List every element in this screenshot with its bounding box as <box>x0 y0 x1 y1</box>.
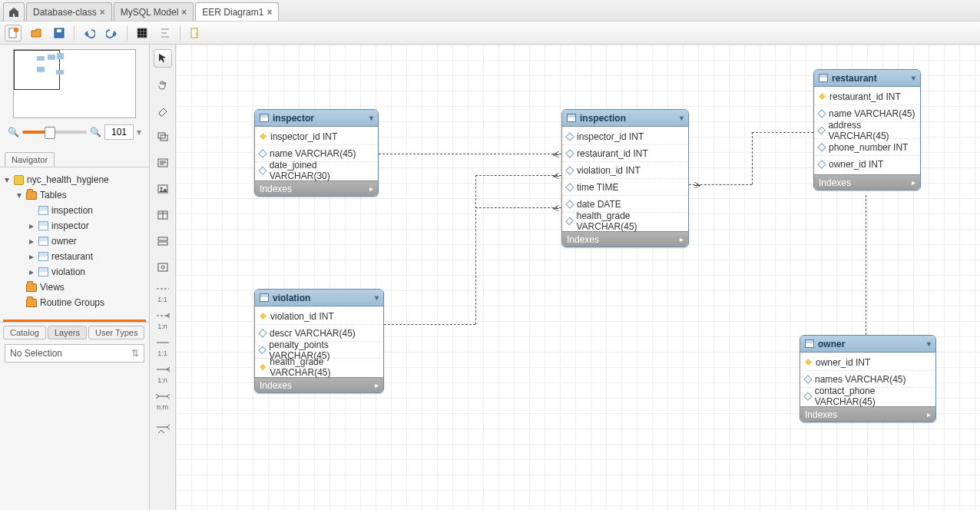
column-row[interactable]: restaurant_id INT <box>814 88 920 105</box>
column-label: restaurant_id INT <box>829 91 901 102</box>
export-button[interactable] <box>187 25 204 41</box>
view-tool[interactable] <box>154 232 172 250</box>
column-row[interactable]: date_joined VARCHAR(30) <box>255 162 378 179</box>
chevron-down-icon[interactable]: ▾ <box>680 114 684 122</box>
column-row[interactable]: inspector_id INT <box>255 128 378 145</box>
chevron-right-icon: ▸ <box>912 178 915 187</box>
selection-dropdown[interactable]: No Selection ⇅ <box>5 344 144 363</box>
rel-n-m-tool[interactable]: n:m <box>151 392 174 411</box>
entity-inspection[interactable]: inspection▾inspector_id INTrestaurant_id… <box>561 109 689 247</box>
tree-views[interactable]: ▸Views <box>15 280 146 295</box>
column-row[interactable]: owner_id INT <box>800 354 935 371</box>
main: 🔍 🔍 101 ▾ Navigator ▾nyc_health_hygiene … <box>0 45 980 510</box>
image-tool[interactable] <box>154 180 172 198</box>
rel-1-1-tool[interactable]: 1:1 <box>151 284 174 303</box>
column-row[interactable]: time TIME <box>562 179 688 196</box>
entity-restaurant[interactable]: restaurant▾restaurant_id INTname VARCHAR… <box>813 69 921 190</box>
align-button[interactable] <box>157 25 174 41</box>
entity-indexes[interactable]: Indexes▸ <box>814 174 920 190</box>
tree-db[interactable]: ▾nyc_health_hygiene <box>3 172 146 187</box>
rel-1-n-tool[interactable]: 1:n <box>151 311 174 330</box>
tab-usertypes[interactable]: User Types <box>88 326 144 339</box>
tree-table-violation[interactable]: ▸violation <box>28 264 146 280</box>
tab-catalog[interactable]: Catalog <box>3 326 46 339</box>
routine-icon <box>157 261 169 273</box>
zoom-out-icon[interactable]: 🔍 <box>8 127 19 137</box>
tree-table-owner[interactable]: ▸owner <box>28 233 146 249</box>
column-row[interactable]: address VARCHAR(45) <box>814 122 920 139</box>
grid-icon <box>136 27 148 39</box>
zoom-in-icon[interactable]: 🔍 <box>90 127 101 137</box>
chevron-down-icon[interactable]: ▾ <box>369 114 373 122</box>
zoom-value[interactable]: 101 <box>104 124 134 140</box>
table-tool[interactable] <box>154 206 172 224</box>
rel-1-n-id-tool[interactable]: 1:n <box>151 365 174 384</box>
entity-inspector[interactable]: inspector▾inspector_id INTname VARCHAR(4… <box>254 109 379 197</box>
minimap[interactable] <box>13 49 136 118</box>
eraser-tool[interactable] <box>154 101 172 120</box>
close-icon[interactable]: × <box>100 7 105 18</box>
column-row[interactable]: violation_id INT <box>562 162 688 179</box>
save-button[interactable] <box>51 25 68 41</box>
pointer-tool[interactable] <box>154 49 172 68</box>
entity-indexes[interactable]: Indexes▸ <box>255 377 383 392</box>
undo-button[interactable] <box>81 25 98 41</box>
tab-database-class[interactable]: Database-class× <box>26 2 112 21</box>
zoom-controls: 🔍 🔍 101 ▾ <box>5 118 144 143</box>
entity-header[interactable]: owner▾ <box>800 336 935 353</box>
tab-bar: Database-class× MySQL Model× EER Diagram… <box>0 0 980 22</box>
rel-icon <box>155 311 171 320</box>
zoom-slider[interactable] <box>22 131 87 134</box>
column-row[interactable]: restaurant_id INT <box>562 145 688 162</box>
schema-tree[interactable]: ▾nyc_health_hygiene ▾Tables ▸inspection▸… <box>0 167 149 315</box>
tab-mysql-model[interactable]: MySQL Model× <box>114 2 194 21</box>
entity-body: restaurant_id INTname VARCHAR(45)address… <box>814 87 920 174</box>
navigator-tab[interactable]: Navigator <box>5 152 55 167</box>
tree-table-restaurant[interactable]: ▸restaurant <box>28 249 146 264</box>
tree-routines[interactable]: ▸Routine Groups <box>15 295 146 310</box>
entity-header[interactable]: violation▾ <box>255 290 383 306</box>
grid-button[interactable] <box>134 25 151 41</box>
column-row[interactable]: phone_number INT <box>814 139 920 156</box>
tree-tables[interactable]: ▾Tables <box>15 187 146 203</box>
chevron-down-icon[interactable]: ▾ <box>375 293 379 302</box>
entity-indexes[interactable]: Indexes▸ <box>255 180 378 196</box>
tree-table-inspector[interactable]: ▸inspector <box>28 218 146 233</box>
entity-header[interactable]: inspector▾ <box>255 110 378 127</box>
hand-tool[interactable] <box>154 75 172 94</box>
entity-violation[interactable]: violation▾violation_id INTdescr VARCHAR(… <box>254 289 384 393</box>
rel-existing-tool[interactable] <box>155 423 171 438</box>
new-file-button[interactable] <box>5 25 22 41</box>
entity-indexes[interactable]: Indexes▸ <box>800 406 935 422</box>
routine-tool[interactable] <box>154 258 172 277</box>
column-row[interactable]: violation_id INT <box>255 308 383 325</box>
entity-title: restaurant <box>832 73 877 84</box>
home-tab[interactable] <box>3 2 25 21</box>
entity-indexes[interactable]: Indexes▸ <box>562 231 688 247</box>
column-row[interactable]: owner_id INT <box>814 156 920 173</box>
text-tool[interactable] <box>154 154 172 172</box>
layer-tool[interactable] <box>154 128 172 146</box>
rel-1-1-id-tool[interactable]: 1:1 <box>151 338 174 357</box>
tree-label: Tables <box>40 190 67 200</box>
close-icon[interactable]: × <box>267 7 272 18</box>
chevron-down-icon[interactable]: ▾ <box>927 339 931 348</box>
chevron-down-icon[interactable]: ▾ <box>137 127 141 137</box>
column-row[interactable]: contact_phone VARCHAR(45) <box>800 388 935 405</box>
tab-layers[interactable]: Layers <box>48 326 87 339</box>
column-row[interactable]: inspector_id INT <box>562 128 688 145</box>
entity-header[interactable]: inspection▾ <box>562 110 688 127</box>
entity-title: owner <box>818 339 845 349</box>
close-icon[interactable]: × <box>181 7 187 18</box>
tab-eer-diagram[interactable]: EER Diagram1× <box>195 2 279 21</box>
tree-table-inspection[interactable]: ▸inspection <box>28 203 146 218</box>
diagram-canvas[interactable]: inspector▾inspector_id INTname VARCHAR(4… <box>176 45 980 510</box>
entity-title: inspector <box>273 113 314 124</box>
column-row[interactable]: health_grade VARCHAR(45) <box>255 359 383 376</box>
entity-header[interactable]: restaurant▾ <box>814 70 920 87</box>
redo-button[interactable] <box>104 25 121 41</box>
open-button[interactable] <box>28 25 45 41</box>
entity-owner[interactable]: owner▾owner_id INTnames VARCHAR(45)conta… <box>800 335 936 422</box>
chevron-down-icon[interactable]: ▾ <box>912 74 915 82</box>
column-row[interactable]: health_grade VARCHAR(45) <box>562 213 688 230</box>
